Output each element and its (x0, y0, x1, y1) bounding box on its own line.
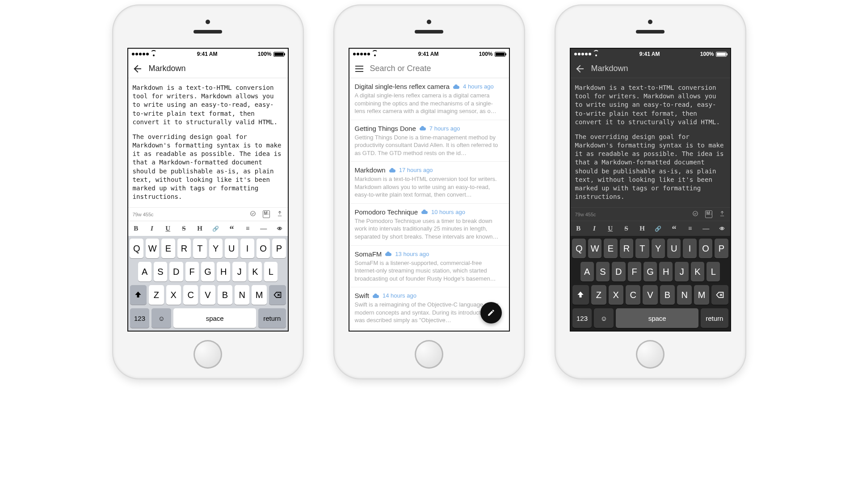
key-u[interactable]: U (225, 239, 238, 258)
home-button[interactable] (636, 340, 665, 369)
checkmark-circle-icon[interactable] (692, 210, 699, 218)
compose-fab[interactable] (480, 302, 502, 323)
editor-paragraph[interactable]: Markdown is a text-to-HTML conversion to… (575, 84, 726, 126)
bold-button[interactable]: B (573, 225, 584, 232)
share-icon[interactable] (719, 210, 726, 218)
key-e[interactable]: E (161, 239, 175, 258)
blockquote-button[interactable] (669, 225, 679, 232)
key-d[interactable]: D (169, 262, 183, 281)
preview-button[interactable] (274, 225, 285, 232)
back-button[interactable] (576, 64, 585, 73)
checkmark-circle-icon[interactable] (249, 210, 257, 218)
key-g[interactable]: G (201, 262, 214, 281)
key-o[interactable]: O (257, 239, 270, 258)
space-key[interactable]: space (616, 308, 698, 328)
key-z[interactable]: Z (591, 285, 606, 305)
list-button[interactable] (685, 225, 695, 232)
return-key[interactable]: return (701, 308, 728, 328)
key-h[interactable]: H (217, 262, 230, 281)
key-p[interactable]: P (272, 239, 286, 258)
hr-button[interactable] (258, 225, 269, 232)
bold-button[interactable]: B (130, 225, 141, 232)
key-t[interactable]: T (193, 239, 206, 258)
blockquote-button[interactable] (226, 225, 237, 232)
search-input[interactable]: Search or Create (370, 64, 431, 73)
strikethrough-button[interactable]: S (621, 225, 631, 232)
key-r[interactable]: R (177, 239, 191, 258)
backspace-key[interactable] (269, 285, 286, 305)
key-v[interactable]: V (200, 285, 215, 305)
list-button[interactable] (242, 225, 253, 232)
key-l[interactable]: L (264, 262, 278, 281)
key-p[interactable]: P (715, 239, 728, 258)
editor-textarea[interactable]: Markdown is a text-to-HTML conversion to… (571, 78, 730, 207)
numbers-key[interactable]: 123 (572, 308, 592, 328)
key-y[interactable]: Y (652, 239, 665, 258)
backspace-key[interactable] (711, 285, 728, 305)
keyboard[interactable]: QWERTYUIOP ASDFGHJKL ZXCVBNM 123 ☺ space… (571, 236, 730, 331)
keyboard[interactable]: QWERTYUIOP ASDFGHJKL ZXCVBNM 123 ☺ space… (128, 236, 288, 331)
italic-button[interactable]: I (147, 225, 157, 232)
notes-list[interactable]: Digital single-lens reflex camera4 hours… (349, 78, 509, 331)
key-k[interactable]: K (248, 262, 262, 281)
key-u[interactable]: U (667, 239, 681, 258)
note-item[interactable]: Pomodoro Technique10 hours agoThe Pomodo… (349, 204, 509, 246)
key-n[interactable]: N (677, 285, 692, 305)
italic-button[interactable]: I (589, 225, 600, 232)
key-e[interactable]: E (604, 239, 617, 258)
underline-button[interactable]: U (163, 225, 173, 232)
key-i[interactable]: I (683, 239, 696, 258)
note-item[interactable]: SomaFM13 hours agoSomaFM is a listener-s… (349, 246, 509, 288)
key-f[interactable]: F (628, 262, 641, 281)
key-t[interactable]: T (635, 239, 649, 258)
note-item[interactable]: Getting Things Done7 hours agoGetting Th… (349, 120, 509, 162)
key-w[interactable]: W (588, 239, 601, 258)
key-v[interactable]: V (643, 285, 657, 305)
key-b[interactable]: B (660, 285, 675, 305)
key-l[interactable]: L (707, 262, 720, 281)
key-i[interactable]: I (240, 239, 254, 258)
key-z[interactable]: Z (149, 285, 164, 305)
key-d[interactable]: D (612, 262, 625, 281)
link-button[interactable] (210, 225, 221, 232)
key-y[interactable]: Y (209, 239, 223, 258)
strikethrough-button[interactable]: S (178, 225, 189, 232)
key-r[interactable]: R (620, 239, 633, 258)
editor-paragraph[interactable]: Markdown is a text-to-HTML conversion to… (133, 84, 283, 126)
space-key[interactable]: space (173, 308, 256, 328)
key-k[interactable]: K (691, 262, 704, 281)
underline-button[interactable]: U (605, 225, 616, 232)
preview-button[interactable] (717, 225, 728, 232)
key-c[interactable]: C (626, 285, 640, 305)
heading-button[interactable]: H (637, 225, 648, 232)
markdown-icon[interactable]: M↓ (705, 210, 712, 218)
home-button[interactable] (193, 340, 222, 369)
note-item[interactable]: Digital single-lens reflex camera4 hours… (349, 78, 509, 120)
shift-key[interactable] (130, 285, 147, 305)
key-g[interactable]: G (644, 262, 657, 281)
key-f[interactable]: F (185, 262, 199, 281)
link-button[interactable] (653, 225, 664, 232)
key-h[interactable]: H (659, 262, 673, 281)
key-q[interactable]: Q (130, 239, 143, 258)
hr-button[interactable] (701, 225, 711, 232)
note-item[interactable]: Markdown17 hours agoMarkdown is a text-t… (349, 162, 509, 204)
editor-textarea[interactable]: Markdown is a text-to-HTML conversion to… (128, 78, 288, 207)
note-item[interactable]: The 20-20-20 Rule6 hours agoTo avoid eye… (349, 329, 509, 331)
key-m[interactable]: M (252, 285, 266, 305)
key-s[interactable]: S (596, 262, 610, 281)
emoji-key[interactable]: ☺ (594, 308, 614, 328)
share-icon[interactable] (276, 210, 283, 218)
key-x[interactable]: X (166, 285, 181, 305)
key-x[interactable]: X (609, 285, 623, 305)
key-j[interactable]: J (675, 262, 688, 281)
key-m[interactable]: M (694, 285, 709, 305)
key-b[interactable]: B (218, 285, 232, 305)
editor-paragraph[interactable]: The overriding design goal for Markdown'… (133, 133, 283, 201)
return-key[interactable]: return (258, 308, 286, 328)
markdown-icon[interactable]: M↓ (263, 210, 270, 218)
shift-key[interactable] (572, 285, 589, 305)
key-j[interactable]: J (232, 262, 246, 281)
back-button[interactable] (134, 64, 143, 73)
key-a[interactable]: A (580, 262, 594, 281)
